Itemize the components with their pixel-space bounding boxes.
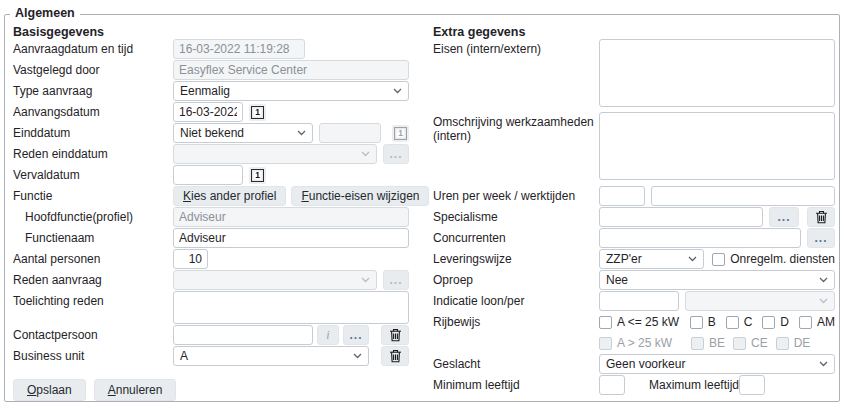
aantal-personen-label: Aantal personen xyxy=(13,252,173,266)
browse-contactpersoon-button[interactable]: ... xyxy=(343,325,369,345)
functie-eisen-wijzigen-button[interactable]: Functie-eisen wijzigen xyxy=(291,186,429,206)
aantal-personen-input[interactable] xyxy=(173,249,208,269)
hoofdfunctie-input xyxy=(173,207,409,227)
leveringswijze-select[interactable]: ZZP'er xyxy=(599,249,704,269)
chevron-down-icon xyxy=(297,130,306,136)
concurrenten-input[interactable] xyxy=(599,228,801,248)
geslacht-row: Geslacht Geen voorkeur xyxy=(433,354,835,374)
functie-label: Functie xyxy=(13,189,173,203)
ellipsis-icon: ... xyxy=(389,273,402,287)
einddatum-label: Einddatum xyxy=(13,126,173,140)
rijbewijs-d-checkbox[interactable] xyxy=(762,316,775,329)
einddatum-datum-input xyxy=(319,123,381,143)
opslaan-button[interactable]: Opslaan xyxy=(13,379,86,401)
functienaam-input[interactable] xyxy=(173,228,409,248)
einddatum-select[interactable]: Niet bekend xyxy=(173,123,313,143)
uren-input[interactable] xyxy=(599,186,645,206)
aanvraagdatum-label: Aanvraagdatum en tijd xyxy=(13,42,173,56)
vervaldatum-row: Vervaldatum 1 xyxy=(13,165,409,185)
chevron-down-icon xyxy=(819,277,828,283)
basisgegevens-heading: Basisgegevens xyxy=(13,25,409,39)
vastgelegd-row: Vastgelegd door xyxy=(13,60,409,80)
loon-periode-select xyxy=(685,291,835,311)
reden-einddatum-select xyxy=(173,144,377,164)
rijbewijs-ce-checkbox xyxy=(733,337,746,350)
calendar-icon: 1 xyxy=(394,127,407,140)
clear-specialisme-button[interactable] xyxy=(807,207,835,227)
uren-per-week-label: Uren per week / werktijden xyxy=(433,189,599,203)
browse-concurrenten-button[interactable]: ... xyxy=(807,228,835,248)
onregelm-diensten-checkbox[interactable] xyxy=(712,253,725,266)
type-aanvraag-row: Type aanvraag Eenmalig xyxy=(13,81,409,101)
indicatie-loon-row: Indicatie loon/per xyxy=(433,291,835,311)
browse-button-disabled: ... xyxy=(383,270,409,290)
oproep-label: Oproep xyxy=(433,273,599,287)
werktijden-input[interactable] xyxy=(651,186,835,206)
chevron-down-icon xyxy=(688,256,697,262)
rijbewijs-a25-checkbox[interactable] xyxy=(599,316,612,329)
aanvangsdatum-label: Aanvangsdatum xyxy=(13,105,173,119)
chevron-down-icon xyxy=(819,298,828,304)
concurrenten-row: Concurrenten ... xyxy=(433,228,835,248)
vervaldatum-input[interactable] xyxy=(173,165,243,185)
type-aanvraag-value: Eenmalig xyxy=(180,84,389,98)
toelichting-reden-textarea[interactable] xyxy=(173,291,409,324)
aanvraagdatum-input xyxy=(173,39,305,59)
contactpersoon-input[interactable] xyxy=(173,325,313,345)
calendar-button[interactable]: 1 xyxy=(249,104,266,121)
aanvangsdatum-input[interactable] xyxy=(173,102,243,122)
omschrijving-label: Omschrijving werkzaamheden (intern) xyxy=(433,112,599,143)
hoofdfunctie-label: Hoofdfunctie(profiel) xyxy=(13,210,173,224)
info-button-disabled: i xyxy=(317,325,339,345)
oproep-select[interactable]: Nee xyxy=(599,270,835,290)
aanvangsdatum-row: Aanvangsdatum 1 xyxy=(13,102,409,122)
type-aanvraag-select[interactable]: Eenmalig xyxy=(173,81,409,101)
rijbewijs-b-checkbox[interactable] xyxy=(690,316,703,329)
ellipsis-icon: ... xyxy=(389,147,402,161)
functienaam-label: Functienaam xyxy=(13,231,173,245)
chevron-down-icon xyxy=(361,277,370,283)
clear-contactpersoon-button[interactable] xyxy=(381,325,409,345)
rijbewijs-a25plus-label: A > 25 kW xyxy=(617,336,672,350)
groupbox-legend: Algemeen xyxy=(10,6,80,20)
eisen-row: Eisen (intern/extern) xyxy=(433,39,835,107)
leveringswijze-value: ZZP'er xyxy=(606,252,684,266)
geslacht-label: Geslacht xyxy=(433,357,599,371)
einddatum-row: Einddatum Niet bekend 1 xyxy=(13,123,409,143)
chevron-down-icon xyxy=(393,88,402,94)
functie-row: Functie Kies ander profiel Functie-eisen… xyxy=(13,186,409,206)
clear-business-unit-button[interactable] xyxy=(381,346,409,366)
rijbewijs-c-checkbox[interactable] xyxy=(726,316,739,329)
omschrijving-row: Omschrijving werkzaamheden (intern) xyxy=(433,112,835,180)
rijbewijs-a25plus-checkbox xyxy=(599,337,612,350)
basisgegevens-section: Basisgegevens Aanvraagdatum en tijd Vast… xyxy=(13,25,409,401)
annuleren-button[interactable]: Annuleren xyxy=(94,379,177,401)
calendar-button[interactable]: 1 xyxy=(249,167,266,184)
rijbewijs-c-label: C xyxy=(744,315,753,329)
calendar-button-disabled: 1 xyxy=(392,125,409,142)
maximum-leeftijd-input[interactable] xyxy=(739,375,765,395)
aanvraagdatum-row: Aanvraagdatum en tijd xyxy=(13,39,409,59)
business-unit-select[interactable]: A xyxy=(173,346,369,366)
minimum-leeftijd-input[interactable] xyxy=(599,375,625,395)
trash-icon xyxy=(389,349,402,363)
indicatie-loon-input[interactable] xyxy=(599,291,679,311)
extra-gegevens-heading: Extra gegevens xyxy=(433,25,835,39)
rijbewijs-row2: A > 25 kW BE CE DE xyxy=(433,333,835,353)
kies-ander-profiel-button[interactable]: Kies ander profiel xyxy=(173,186,286,206)
reden-einddatum-label: Reden einddatum xyxy=(13,147,173,161)
type-aanvraag-label: Type aanvraag xyxy=(13,84,173,98)
form-actions: Opslaan Annuleren xyxy=(13,379,409,401)
rijbewijs-b-label: B xyxy=(708,315,716,329)
vastgelegd-door-input xyxy=(173,60,409,80)
eisen-textarea[interactable] xyxy=(599,39,835,107)
info-icon: i xyxy=(326,328,329,343)
contactpersoon-row: Contactpersoon i ... xyxy=(13,325,409,345)
browse-specialisme-button[interactable]: ... xyxy=(769,207,799,227)
algemeen-groupbox: Algemeen Basisgegevens Aanvraagdatum en … xyxy=(4,14,840,402)
rijbewijs-am-checkbox[interactable] xyxy=(799,316,812,329)
specialisme-input[interactable] xyxy=(599,207,763,227)
omschrijving-textarea[interactable] xyxy=(599,112,835,180)
chevron-down-icon xyxy=(819,361,828,367)
geslacht-select[interactable]: Geen voorkeur xyxy=(599,354,835,374)
